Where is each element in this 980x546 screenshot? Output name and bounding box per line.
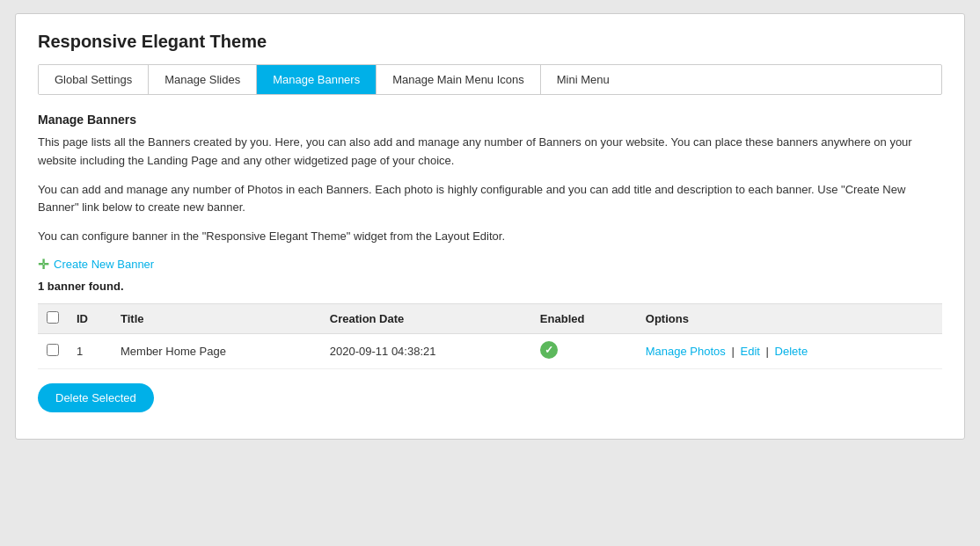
delete-selected-button[interactable]: Delete Selected <box>38 383 154 412</box>
content-area: Manage Banners This page lists all the B… <box>38 113 942 412</box>
plus-icon: ✛ <box>38 257 49 273</box>
header-creation-date: Creation Date <box>321 303 531 333</box>
select-all-checkbox[interactable] <box>47 311 59 324</box>
separator-1: | <box>731 345 734 358</box>
banner-count: 1 banner found. <box>38 280 942 293</box>
tab-mini-menu[interactable]: Mini Menu <box>541 65 625 94</box>
tab-manage-main-menu-icons[interactable]: Manage Main Menu Icons <box>377 65 541 94</box>
row-id: 1 <box>68 333 112 368</box>
row-title: Member Home Page <box>112 333 321 368</box>
banners-table: ID Title Creation Date Enabled Options 1… <box>38 303 942 369</box>
tabs-nav: Global Settings Manage Slides Manage Ban… <box>38 64 942 95</box>
create-new-banner-link[interactable]: ✛ Create New Banner <box>38 257 154 273</box>
tab-manage-banners[interactable]: Manage Banners <box>257 65 377 94</box>
enabled-checkmark-icon <box>540 341 558 359</box>
header-options: Options <box>637 303 942 333</box>
tab-manage-slides[interactable]: Manage Slides <box>149 65 257 94</box>
header-enabled: Enabled <box>531 303 637 333</box>
manage-photos-link[interactable]: Manage Photos <box>646 345 726 358</box>
description-3: You can configure banner in the "Respons… <box>38 228 942 246</box>
table-header-row: ID Title Creation Date Enabled Options <box>38 303 942 333</box>
create-link-label: Create New Banner <box>54 258 154 271</box>
tab-global-settings[interactable]: Global Settings <box>39 65 149 94</box>
delete-link[interactable]: Delete <box>775 345 808 358</box>
header-id: ID <box>68 303 112 333</box>
main-card: Responsive Elegant Theme Global Settings… <box>15 13 965 440</box>
header-checkbox-cell <box>38 303 68 333</box>
edit-link[interactable]: Edit <box>740 345 759 358</box>
page-title: Responsive Elegant Theme <box>38 32 942 52</box>
row-options: Manage Photos | Edit | Delete <box>637 333 942 368</box>
row-creation-date: 2020-09-11 04:38:21 <box>321 333 531 368</box>
section-title: Manage Banners <box>38 113 942 127</box>
row-checkbox[interactable] <box>47 344 59 356</box>
description-2: You can add and manage any number of Pho… <box>38 181 942 218</box>
row-enabled <box>531 333 637 368</box>
row-checkbox-cell <box>38 333 68 368</box>
header-title: Title <box>112 303 321 333</box>
description-1: This page lists all the Banners created … <box>38 134 942 171</box>
separator-2: | <box>766 345 769 358</box>
table-row: 1 Member Home Page 2020-09-11 04:38:21 M… <box>38 333 942 368</box>
